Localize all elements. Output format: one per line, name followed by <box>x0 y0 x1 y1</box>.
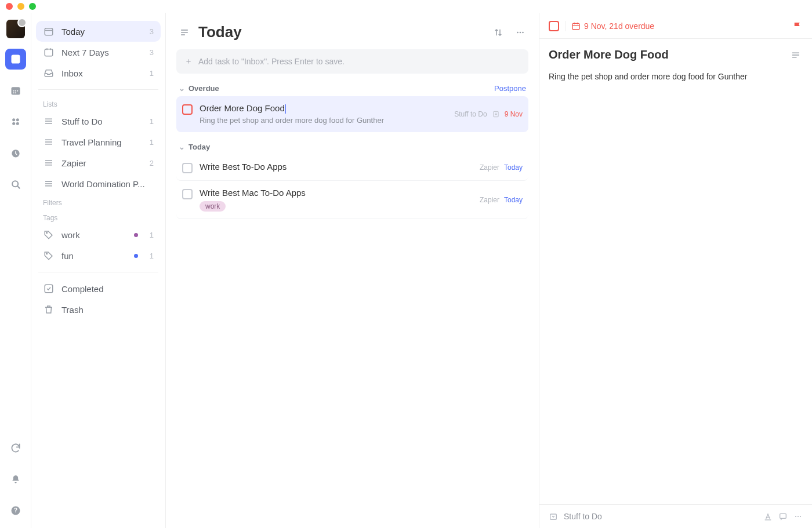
rail-tasks-button[interactable] <box>5 49 26 70</box>
section-title-overdue: Overdue <box>188 84 219 93</box>
inbox-icon <box>43 68 55 78</box>
chevron-down-icon[interactable]: ⌄ <box>179 84 185 93</box>
sidebar-item-count: 3 <box>150 48 154 57</box>
view-options-icon[interactable] <box>176 24 193 41</box>
detail-flag-button[interactable] <box>792 21 803 31</box>
postpone-button[interactable]: Postpone <box>494 84 526 93</box>
rail-sync-button[interactable] <box>5 438 26 458</box>
task-date: Today <box>504 196 523 204</box>
more-button[interactable] <box>512 24 528 41</box>
sidebar-item-inbox[interactable]: Inbox 1 <box>36 63 161 83</box>
sidebar-item-label: Today <box>61 27 143 37</box>
nav-rail: ? <box>0 13 31 528</box>
rail-apps-button[interactable] <box>5 111 26 132</box>
sidebar-item-count: 1 <box>150 138 154 147</box>
task-checkbox[interactable] <box>182 189 193 199</box>
svg-point-21 <box>517 31 519 33</box>
sidebar-tag-item[interactable]: work 1 <box>36 224 161 245</box>
sidebar-item-count: 3 <box>150 27 154 36</box>
avatar[interactable] <box>6 20 25 38</box>
detail-list-name[interactable]: Stuff to Do <box>564 512 602 521</box>
task-list: Zapier <box>480 163 499 172</box>
svg-point-19 <box>46 253 48 254</box>
sort-button[interactable] <box>490 24 506 41</box>
svg-point-9 <box>16 118 19 121</box>
svg-point-18 <box>46 232 48 234</box>
rail-calendar-button[interactable] <box>5 80 26 101</box>
task-checkbox[interactable] <box>182 163 193 173</box>
detail-description[interactable]: Ring the pet shop and order more dog foo… <box>539 71 812 83</box>
tag-icon <box>43 250 55 261</box>
rail-timer-button[interactable] <box>5 143 26 163</box>
sidebar-item-completed[interactable]: Completed <box>36 278 161 299</box>
sidebar-tag-item[interactable]: fun 1 <box>36 245 161 266</box>
sidebar-item-label: Trash <box>61 305 154 315</box>
svg-point-10 <box>12 122 15 125</box>
task-tag[interactable]: work <box>200 201 226 212</box>
svg-rect-20 <box>45 285 53 293</box>
rail-help-button[interactable]: ? <box>5 500 26 521</box>
move-to-list-icon[interactable] <box>549 512 558 521</box>
section-title-today: Today <box>188 143 210 151</box>
sidebar-item-today[interactable]: Today 3 <box>36 21 161 42</box>
svg-rect-17 <box>45 49 53 56</box>
rail-notifications-button[interactable] <box>5 469 26 490</box>
task-title: Order More Dog Food <box>200 103 447 114</box>
sidebar-list-item[interactable]: Zapier 2 <box>36 152 161 173</box>
sidebar-item-count: 2 <box>150 159 154 167</box>
sidebar-heading-lists: Lists <box>36 96 161 111</box>
detail-paragraph-icon[interactable] <box>789 50 803 60</box>
detail-title[interactable]: Order More Dog Food <box>549 48 789 61</box>
comment-icon[interactable] <box>778 512 788 521</box>
sidebar-item-trash[interactable]: Trash <box>36 299 161 320</box>
grid-icon <box>10 116 21 128</box>
sidebar-item-label: Stuff to Do <box>61 116 143 126</box>
calendar-grid-icon <box>10 85 21 96</box>
sidebar-item-label: Zapier <box>61 158 143 168</box>
task-title: Write Best Mac To-Do Apps <box>200 188 473 198</box>
bell-icon <box>10 474 21 485</box>
sidebar-item-label: fun <box>61 251 127 261</box>
sidebar-item-label: work <box>61 230 127 240</box>
minimize-window-button[interactable] <box>17 3 24 10</box>
sidebar-item-count: 1 <box>150 231 154 239</box>
rail-search-button[interactable] <box>5 174 26 195</box>
help-icon: ? <box>10 505 21 516</box>
add-task-placeholder: Add task to "Inbox". Press Enter to save… <box>198 57 345 66</box>
task-item[interactable]: Write Best Mac To-Do Apps work Zapier To… <box>176 181 528 219</box>
detail-checkbox[interactable] <box>549 21 559 31</box>
task-list: Zapier <box>480 196 499 204</box>
add-task-input[interactable]: ＋ Add task to "Inbox". Press Enter to sa… <box>176 49 528 74</box>
sidebar-item-label: World Domination P... <box>61 179 147 189</box>
calendar-icon <box>571 21 581 31</box>
completed-icon <box>43 283 55 294</box>
sidebar-list-item[interactable]: Stuff to Do 1 <box>36 111 161 132</box>
svg-rect-16 <box>45 28 53 35</box>
sidebar-list-item[interactable]: World Domination P... <box>36 173 161 194</box>
svg-point-29 <box>798 516 799 517</box>
svg-point-28 <box>795 516 796 517</box>
sidebar-item-count: 1 <box>150 69 154 78</box>
main-panel: Today ＋ Add task to "Inbox". Press Enter… <box>166 13 539 528</box>
task-meta: Zapier Today <box>480 188 523 212</box>
task-meta: Stuff to Do 9 Nov <box>454 103 523 125</box>
task-item[interactable]: Write Best To-Do Apps Zapier Today <box>176 155 528 181</box>
chevron-down-icon[interactable]: ⌄ <box>179 143 185 151</box>
task-checkbox[interactable] <box>182 104 193 115</box>
detail-date-text: 9 Nov, 21d overdue <box>584 21 654 31</box>
detail-more-icon[interactable] <box>793 512 803 521</box>
svg-point-22 <box>520 31 521 33</box>
sidebar-heading-filters: Filters <box>36 194 161 209</box>
svg-point-3 <box>13 90 14 92</box>
close-window-button[interactable] <box>6 3 13 10</box>
detail-date-button[interactable]: 9 Nov, 21d overdue <box>571 21 654 31</box>
task-title: Write Best To-Do Apps <box>200 162 473 172</box>
sidebar-list-item[interactable]: Travel Planning 1 <box>36 132 161 152</box>
task-list: Stuff to Do <box>454 110 487 118</box>
fullscreen-window-button[interactable] <box>29 3 36 10</box>
text-format-icon[interactable] <box>763 512 773 521</box>
svg-point-11 <box>16 122 19 125</box>
task-item[interactable]: Order More Dog Food Ring the pet shop an… <box>176 96 528 132</box>
svg-point-30 <box>800 516 801 517</box>
sidebar-item-next7[interactable]: Next 7 Days 3 <box>36 42 161 63</box>
